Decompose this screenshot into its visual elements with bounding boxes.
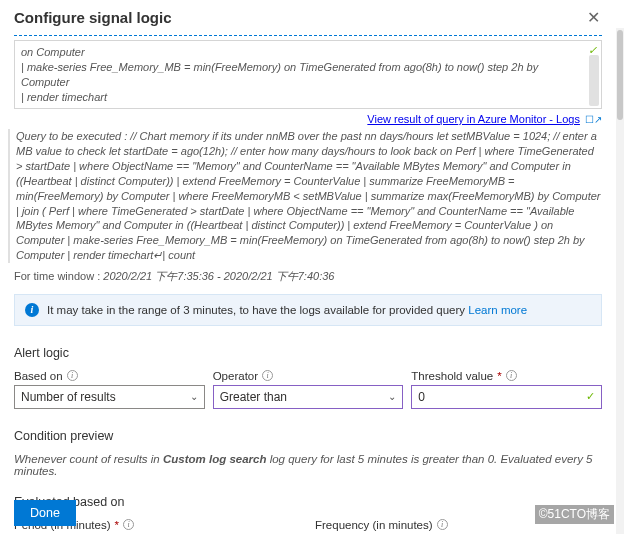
based-on-select[interactable]: Number of results ⌄ <box>14 385 205 409</box>
info-text: It may take in the range of 3 minutes, t… <box>47 304 527 316</box>
time-window-row: For time window : 2020/2/21 下午7:35:36 - … <box>14 269 602 284</box>
view-result-row: View result of query in Azure Monitor - … <box>14 111 602 129</box>
learn-more-link[interactable]: Learn more <box>468 304 527 316</box>
help-icon[interactable]: i <box>67 370 78 381</box>
time-window-label: For time window : <box>14 270 100 282</box>
condition-preview-heading: Condition preview <box>14 429 602 443</box>
time-window-value: 2020/2/21 下午7:35:36 - 2020/2/21 下午7:40:3… <box>103 270 334 282</box>
operator-select[interactable]: Greater than ⌄ <box>213 385 404 409</box>
threshold-input[interactable]: 0 ✓ <box>411 385 602 409</box>
separator <box>14 35 602 36</box>
query-line: | make-series Free_Memory_MB = min(FreeM… <box>21 60 585 90</box>
info-icon: i <box>25 303 39 317</box>
condition-preview-text: Whenever count of results in Custom log … <box>14 453 602 477</box>
panel-title: Configure signal logic <box>14 9 172 26</box>
help-icon[interactable]: i <box>123 519 134 530</box>
required-asterisk: * <box>115 519 119 531</box>
external-link-icon: ☐↗ <box>585 114 602 125</box>
configure-signal-logic-panel: Configure signal logic ✕ ✓ on Computer |… <box>0 0 616 534</box>
evaluated-row: Period (in minutes) * i 5 ⌄ Frequency (i… <box>14 519 602 534</box>
close-icon[interactable]: ✕ <box>585 6 602 29</box>
query-preview-box: ✓ on Computer | make-series Free_Memory_… <box>14 40 602 109</box>
panel-scrollbar[interactable] <box>616 28 624 534</box>
alert-logic-heading: Alert logic <box>14 346 602 360</box>
view-result-link[interactable]: View result of query in Azure Monitor - … <box>367 113 580 125</box>
threshold-label: Threshold value * i <box>411 370 602 382</box>
help-icon[interactable]: i <box>437 519 448 530</box>
done-button[interactable]: Done <box>14 500 76 526</box>
evaluated-heading: Evaluated based on <box>14 495 602 509</box>
scrollbar-thumb[interactable] <box>617 30 623 120</box>
watermark: ©51CTO博客 <box>535 505 614 524</box>
query-scrollbar[interactable] <box>589 55 599 106</box>
help-icon[interactable]: i <box>506 370 517 381</box>
chevron-down-icon: ⌄ <box>388 391 396 402</box>
footer: Done <box>14 500 76 526</box>
check-icon: ✓ <box>586 390 595 403</box>
panel-header: Configure signal logic ✕ <box>14 0 602 33</box>
query-line: on Computer <box>21 45 585 60</box>
help-icon[interactable]: i <box>262 370 273 381</box>
info-banner: i It may take in the range of 3 minutes,… <box>14 294 602 326</box>
based-on-label: Based on i <box>14 370 205 382</box>
operator-label: Operator i <box>213 370 404 382</box>
alert-logic-row: Based on i Number of results ⌄ Operator … <box>14 370 602 409</box>
query-description: Query to be executed : // Chart memory i… <box>8 129 602 263</box>
query-line: | render timechart <box>21 90 585 105</box>
chevron-down-icon: ⌄ <box>190 391 198 402</box>
required-asterisk: * <box>497 370 501 382</box>
